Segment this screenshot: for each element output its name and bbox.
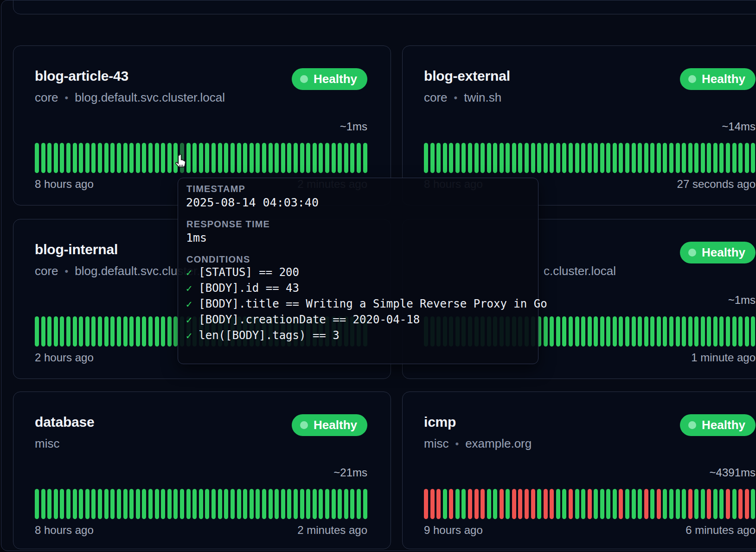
status-bar[interactable]: [669, 316, 673, 347]
status-bar[interactable]: [707, 489, 711, 519]
status-bar[interactable]: [73, 316, 77, 347]
status-bar[interactable]: [613, 143, 617, 173]
status-bar[interactable]: [461, 143, 466, 173]
status-bar[interactable]: [738, 143, 743, 173]
status-bar[interactable]: [500, 143, 504, 173]
status-bar[interactable]: [237, 143, 241, 173]
status-bar[interactable]: [719, 489, 724, 519]
status-bar[interactable]: [54, 489, 58, 519]
status-bar[interactable]: [54, 316, 58, 347]
status-bar[interactable]: [117, 143, 121, 173]
uptime-bars[interactable]: [424, 143, 756, 173]
status-bar[interactable]: [594, 316, 598, 347]
status-bar[interactable]: [424, 143, 428, 173]
status-bar[interactable]: [430, 489, 435, 519]
status-bar[interactable]: [231, 489, 235, 519]
status-bar[interactable]: [569, 316, 573, 347]
status-bar[interactable]: [98, 316, 102, 347]
status-bar[interactable]: [537, 143, 541, 173]
status-bar[interactable]: [167, 489, 172, 519]
status-bar[interactable]: [669, 143, 673, 173]
uptime-bars[interactable]: [35, 489, 367, 519]
status-bar[interactable]: [199, 143, 203, 173]
status-bar[interactable]: [281, 489, 285, 519]
status-bar[interactable]: [625, 316, 629, 347]
status-bar[interactable]: [237, 489, 241, 519]
status-bar[interactable]: [142, 143, 146, 173]
status-bar[interactable]: [575, 316, 579, 347]
status-bar[interactable]: [474, 489, 479, 519]
status-bar[interactable]: [688, 316, 692, 347]
status-bar[interactable]: [325, 143, 329, 173]
status-bar[interactable]: [581, 489, 585, 519]
status-bar[interactable]: [556, 316, 560, 347]
status-bar[interactable]: [436, 489, 441, 519]
status-bar[interactable]: [192, 489, 197, 519]
status-bar[interactable]: [332, 489, 336, 519]
status-bar[interactable]: [73, 143, 77, 173]
status-bar[interactable]: [205, 489, 209, 519]
card-icmp[interactable]: icmp misc • example.org Healthy ~4391ms …: [402, 392, 756, 549]
status-bar[interactable]: [313, 143, 317, 173]
status-bar[interactable]: [186, 489, 191, 519]
status-bar[interactable]: [569, 143, 573, 173]
status-bar[interactable]: [110, 143, 115, 173]
status-bar[interactable]: [129, 143, 134, 173]
status-bar[interactable]: [663, 489, 667, 519]
status-bar[interactable]: [474, 143, 479, 173]
status-bar[interactable]: [481, 143, 485, 173]
status-bar[interactable]: [250, 489, 254, 519]
status-bar[interactable]: [155, 316, 159, 347]
status-bar[interactable]: [487, 489, 491, 519]
status-bar[interactable]: [192, 143, 197, 173]
status-bar[interactable]: [123, 143, 128, 173]
status-bar[interactable]: [506, 143, 510, 173]
status-bar[interactable]: [66, 143, 70, 173]
status-bar[interactable]: [493, 489, 497, 519]
status-bar[interactable]: [35, 143, 39, 173]
status-bar[interactable]: [66, 489, 70, 519]
status-bar[interactable]: [719, 316, 724, 347]
status-bar[interactable]: [575, 143, 579, 173]
status-bar[interactable]: [676, 489, 680, 519]
status-bar[interactable]: [129, 316, 134, 347]
status-bar[interactable]: [751, 489, 755, 519]
status-bar[interactable]: [481, 489, 485, 519]
status-bar[interactable]: [500, 489, 504, 519]
status-bar[interactable]: [35, 316, 39, 347]
status-bar[interactable]: [751, 316, 755, 347]
status-bar[interactable]: [287, 143, 291, 173]
status-bar[interactable]: [344, 143, 348, 173]
status-bar[interactable]: [443, 143, 447, 173]
status-bar[interactable]: [104, 316, 109, 347]
status-bar[interactable]: [588, 489, 592, 519]
status-bar[interactable]: [713, 316, 718, 347]
status-bar[interactable]: [606, 489, 610, 519]
status-bar[interactable]: [41, 316, 45, 347]
status-bar[interactable]: [726, 316, 730, 347]
status-bar[interactable]: [682, 143, 686, 173]
status-bar[interactable]: [468, 489, 472, 519]
status-bar[interactable]: [525, 143, 529, 173]
status-bar[interactable]: [562, 489, 566, 519]
status-bar[interactable]: [306, 489, 310, 519]
status-bar[interactable]: [455, 143, 460, 173]
status-bar[interactable]: [732, 316, 737, 347]
status-bar[interactable]: [47, 489, 51, 519]
status-bar[interactable]: [117, 316, 121, 347]
status-bar[interactable]: [644, 489, 648, 519]
status-bar[interactable]: [173, 489, 178, 519]
status-bar[interactable]: [180, 489, 184, 519]
status-bar[interactable]: [713, 143, 718, 173]
status-bar[interactable]: [531, 143, 535, 173]
status-bar[interactable]: [136, 489, 140, 519]
status-bar[interactable]: [525, 489, 529, 519]
status-bar[interactable]: [682, 489, 686, 519]
status-bar[interactable]: [493, 143, 497, 173]
status-bar[interactable]: [167, 316, 172, 347]
status-bar[interactable]: [269, 489, 273, 519]
status-bar[interactable]: [424, 489, 428, 519]
status-bar[interactable]: [619, 143, 623, 173]
status-bar[interactable]: [123, 489, 128, 519]
status-bar[interactable]: [218, 489, 222, 519]
